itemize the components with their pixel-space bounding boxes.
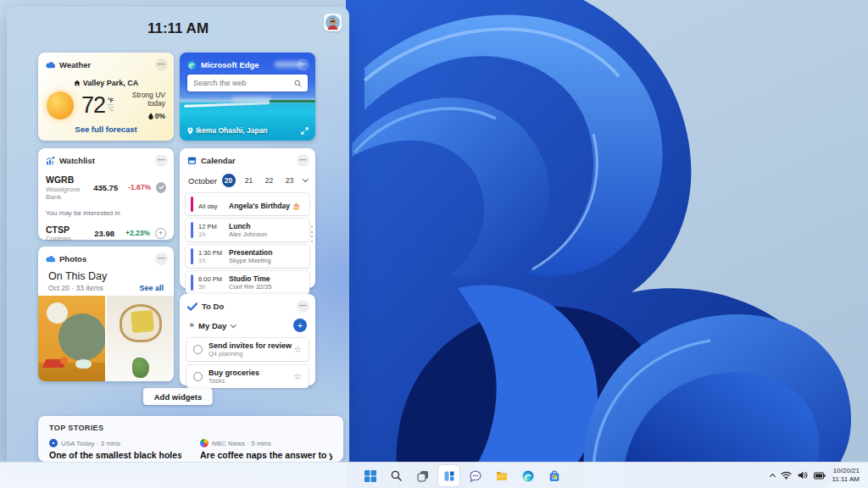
unit-celsius[interactable]: °C: [108, 104, 114, 112]
widgets-button[interactable]: [438, 465, 459, 486]
event-subtitle: Skype Meeting: [229, 257, 273, 264]
calendar-date[interactable]: 22: [263, 174, 276, 187]
story-headline: Are coffee naps the answer to your: [200, 450, 332, 460]
calendar-date[interactable]: 23: [283, 174, 297, 187]
event-subtitle: Conf Rm 32/35: [229, 283, 271, 291]
news-story[interactable]: NBC News · 5 mins Are coffee naps the an…: [200, 439, 332, 460]
event-title: Studio Time: [229, 274, 271, 283]
chat-button[interactable]: [465, 465, 486, 486]
unit-fahrenheit[interactable]: °F: [108, 97, 114, 104]
windows-start-icon: [364, 470, 376, 482]
more-options-icon[interactable]: ···: [297, 154, 309, 167]
photo-thumbnail[interactable]: [107, 296, 174, 381]
photos-widget[interactable]: Photos ··· On This Day Oct 20 · 33 items…: [38, 247, 174, 381]
edge-icon: [522, 470, 534, 482]
wifi-icon[interactable]: [781, 471, 792, 480]
my-day-sun-icon: ☀: [188, 321, 195, 330]
edge-browser-button[interactable]: [517, 465, 538, 486]
scrollbar-dots[interactable]: [311, 226, 313, 242]
calendar-date[interactable]: 21: [242, 174, 256, 187]
event-title: Presentation: [229, 248, 273, 257]
calendar-icon: [187, 156, 197, 165]
photo-thumbnail[interactable]: [38, 296, 105, 381]
star-icon[interactable]: ☆: [293, 372, 302, 381]
photos-cloud-icon: [46, 255, 55, 263]
search-button[interactable]: [386, 465, 407, 486]
more-options-icon[interactable]: ···: [155, 154, 168, 167]
story-headline: One of the smallest black holes — and: [49, 450, 181, 460]
added-check-icon[interactable]: [156, 182, 166, 193]
calendar-event[interactable]: 1:30 PM 1h Presentation Skype Meeting: [186, 245, 309, 268]
calendar-date[interactable]: 20: [222, 174, 236, 187]
event-duration: 1h: [198, 230, 229, 238]
task-item[interactable]: Buy groceries Tasks ☆: [186, 365, 309, 388]
file-explorer-button[interactable]: [491, 465, 512, 486]
stock-name: Contoso: [46, 235, 71, 242]
file-explorer-icon: [496, 470, 508, 481]
calendar-event[interactable]: 12 PM 1h Lunch Alex Johnson: [186, 219, 309, 241]
event-title: Lunch: [229, 222, 267, 230]
watchlist-row[interactable]: WGRB Woodgrove Bank 435.75 -1.67%: [38, 175, 174, 201]
expand-icon[interactable]: [301, 127, 309, 135]
task-complete-circle[interactable]: [193, 345, 203, 354]
widget-title: Microsoft Edge: [201, 60, 259, 69]
todo-list-label[interactable]: My Day: [198, 321, 226, 330]
cloud-decoration: [232, 97, 271, 102]
tray-time: 11:11 AM: [832, 475, 860, 484]
edge-search-box[interactable]: [187, 75, 308, 92]
widgets-icon: [443, 470, 455, 482]
more-options-icon[interactable]: ···: [155, 252, 168, 265]
weather-widget[interactable]: Weather ··· Valley Park, CA 72 °F °C Str…: [38, 53, 174, 141]
microsoft-store-icon: [548, 470, 560, 482]
island-decoration: [270, 100, 315, 103]
stock-name: Woodgrove Bank: [46, 186, 93, 201]
taskbar: 10/20/21 11:11 AM: [0, 462, 868, 488]
tray-chevron-up-icon[interactable]: [770, 474, 776, 480]
battery-icon[interactable]: [814, 472, 826, 480]
calendar-widget[interactable]: Calendar ··· October 20 21 22 23 All day…: [180, 148, 315, 288]
event-color-bar: [191, 248, 193, 264]
weather-condition: Strong UV today: [114, 91, 165, 108]
watchlist-suggestion-text: You may be interested in: [38, 209, 174, 217]
stock-symbol: WGRB: [46, 175, 93, 186]
widget-title: Weather: [59, 60, 91, 69]
volume-icon[interactable]: [798, 471, 808, 480]
chevron-down-icon[interactable]: [303, 176, 308, 181]
task-view-button[interactable]: [412, 465, 433, 486]
watchlist-row[interactable]: CTSP Contoso 23.98 +2.23% +: [38, 225, 174, 243]
start-button[interactable]: [359, 465, 381, 486]
star-icon[interactable]: ☆: [293, 345, 302, 354]
stocks-chart-icon: [46, 157, 55, 165]
widget-title: Photos: [59, 254, 86, 263]
photos-heading: On This Day: [38, 270, 174, 282]
edge-widget[interactable]: Microsoft Edge ··· Ikema Ohashi, Japan: [180, 53, 315, 141]
see-full-forecast-link[interactable]: See full forecast: [38, 125, 174, 134]
story-meta: USA Today · 3 mins: [61, 440, 120, 447]
more-options-icon[interactable]: ···: [155, 58, 168, 71]
add-widgets-button[interactable]: Add widgets: [143, 388, 213, 405]
add-task-button[interactable]: +: [293, 319, 307, 332]
store-button[interactable]: [543, 465, 565, 486]
add-to-watchlist-icon[interactable]: +: [155, 228, 166, 239]
widget-title: Calendar: [201, 156, 236, 165]
chat-icon: [470, 470, 481, 482]
calendar-event[interactable]: 6:00 PM 3h Studio Time Conf Rm 32/35: [186, 271, 309, 294]
calendar-month: October: [188, 176, 217, 186]
see-all-link[interactable]: See all: [139, 284, 164, 292]
task-item[interactable]: Send invites for review Q4 planning ☆: [186, 338, 309, 361]
tray-clock[interactable]: 10/20/21 11:11 AM: [832, 467, 860, 485]
location-pin-icon: [187, 127, 193, 135]
watchlist-widget[interactable]: Watchlist ··· WGRB Woodgrove Bank 435.75…: [38, 148, 174, 240]
task-complete-circle[interactable]: [193, 372, 203, 381]
edge-logo-icon: [187, 60, 197, 69]
event-time: 1:30 PM: [198, 249, 229, 257]
todo-widget[interactable]: To Do ··· ☀ My Day + Send invites for re…: [180, 294, 315, 385]
news-story[interactable]: USA Today · 3 mins One of the smallest b…: [49, 439, 181, 460]
user-avatar[interactable]: [324, 14, 342, 31]
calendar-event[interactable]: All day Angela's Birthday 🎂: [186, 193, 309, 215]
search-input[interactable]: [193, 79, 294, 87]
avatar-photo-icon: [326, 15, 340, 30]
chevron-down-icon[interactable]: [231, 322, 236, 327]
more-options-icon[interactable]: ···: [297, 300, 309, 313]
usa-today-icon: [49, 439, 58, 447]
